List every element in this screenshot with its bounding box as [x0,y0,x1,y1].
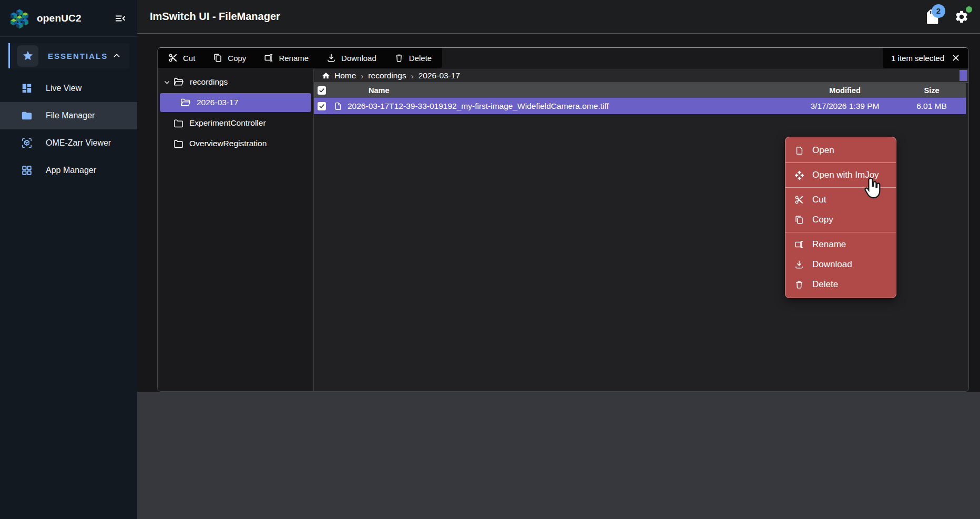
sidebar-item-file-manager[interactable]: File Manager [0,102,137,129]
copy-icon [213,53,222,63]
context-menu-copy[interactable]: Copy [785,210,896,230]
breadcrumb: Home › recordings › 2026-03-17 [314,69,968,83]
zarr-cube-icon [21,137,33,149]
tree-item-label: 2026-03-17 [197,98,238,107]
topbar: ImSwitch UI - FileManager 2 [137,0,980,34]
download-button-label: Download [341,54,376,63]
column-header-name[interactable]: Name [330,86,792,95]
file-manager-top-row: Cut Copy Rename [158,48,968,69]
folder-closed-icon [173,119,183,128]
file-toolbar: Cut Copy Rename [158,48,442,68]
sidebar-item-label: File Manager [46,111,95,120]
gear-icon[interactable] [953,7,971,26]
context-menu-divider [785,162,896,163]
select-all-checkbox[interactable] [318,86,326,95]
tree-item-2026-03-17[interactable]: 2026-03-17 [160,93,311,112]
home-icon [322,72,330,80]
breadcrumb-label: Home [334,71,356,80]
delete-icon [794,280,804,289]
tree-item-overviewregistration[interactable]: OverviewRegistration [160,134,311,153]
context-menu-divider [785,187,896,188]
delete-button-label: Delete [409,54,432,63]
breadcrumb-home[interactable]: Home [322,71,356,80]
context-menu-label: Open with ImJoy [812,170,879,180]
file-name: 2026-03-17T12-39-33-019192_my-first-imag… [348,101,609,111]
context-menu-open[interactable]: Open [785,140,896,160]
context-menu-cut[interactable]: Cut [785,190,896,210]
cut-icon [168,53,178,63]
context-menu-label: Copy [812,215,833,225]
sidebar: .cbA { --t:#8dc63f; --l:#0f7f77; --r:#11… [0,0,137,519]
app-root: .cbA { --t:#8dc63f; --l:#0f7f77; --r:#11… [0,0,980,519]
file-table-header: Name Modified Size [314,83,966,98]
delete-icon [394,53,404,63]
sidebar-nav: Live View File Manager [0,75,137,184]
cubes-logo-icon: .cbA { --t:#8dc63f; --l:#0f7f77; --r:#11… [8,7,30,29]
file-row[interactable]: 2026-03-17T12-39-33-019192_my-first-imag… [314,98,966,114]
cut-icon [794,195,804,205]
close-icon[interactable] [952,54,960,62]
sidebar-item-live-view[interactable]: Live View [0,75,137,102]
copy-icon [794,215,804,225]
delete-button[interactable]: Delete [394,53,432,63]
column-header-size[interactable]: Size [897,86,966,95]
imjoy-move-icon [794,170,804,180]
context-menu-divider [785,232,896,232]
row-checkbox[interactable] [318,102,326,110]
download-icon [794,260,804,269]
context-menu-delete[interactable]: Delete [785,274,896,294]
breadcrumb-recordings[interactable]: recordings [368,71,406,80]
sidebar-item-label: App Manager [46,166,96,175]
context-menu-download[interactable]: Download [785,255,896,274]
topbar-actions: 2 [923,7,971,26]
column-header-modified[interactable]: Modified [792,86,897,95]
sidebar-header: .cbA { --t:#8dc63f; --l:#0f7f77; --r:#11… [0,0,137,37]
sidebar-item-ome-zarr-viewer[interactable]: OME-Zarr Viewer [0,129,137,157]
cut-button[interactable]: Cut [168,53,195,63]
app-grid-icon [21,165,33,176]
context-menu-label: Open [812,145,834,156]
context-menu-label: Rename [812,239,846,250]
folder-icon [21,110,33,121]
folder-closed-icon [173,139,183,148]
sidebar-item-label: Live View [46,84,81,93]
tree-item-recordings[interactable]: recordings [160,73,311,91]
selection-badge: 1 item selected [883,48,968,68]
context-menu-label: Download [812,259,852,270]
file-modified: 3/17/2026 1:39 PM [792,101,897,111]
breadcrumb-label: recordings [368,71,406,80]
folder-open-icon [173,77,184,87]
sidebar-section-label: ESSENTIALS [48,52,108,60]
sidebar-item-label: OME-Zarr Viewer [46,138,111,148]
context-menu-label: Delete [812,279,838,290]
context-menu-rename[interactable]: Rename [785,235,896,255]
sd-card-icon[interactable]: 2 [923,7,941,26]
live-view-icon [21,83,33,94]
breadcrumb-separator: › [411,72,414,80]
menu-open-icon[interactable] [112,10,129,27]
status-dot [966,6,972,13]
row-checkbox-cell [314,102,330,110]
copy-button[interactable]: Copy [213,53,246,63]
chevron-up-icon[interactable] [113,52,121,60]
tree-item-label: ExperimentController [189,118,266,128]
download-button[interactable]: Download [326,53,376,63]
vertical-scrollbar-thumb[interactable] [959,70,967,81]
selection-badge-text: 1 item selected [891,54,944,63]
tree-item-experimentcontroller[interactable]: ExperimentController [160,114,311,133]
file-icon [334,101,342,111]
star-icon [17,45,38,67]
file-size: 6.01 MB [897,101,966,111]
context-menu-open-with-imjoy[interactable]: Open with ImJoy [785,165,896,185]
tree-item-label: OverviewRegistration [189,139,267,148]
cut-button-label: Cut [183,54,195,63]
chevron-down-icon[interactable] [160,79,173,86]
breadcrumb-2026-03-17[interactable]: 2026-03-17 [418,71,460,80]
rename-button[interactable]: Rename [264,53,309,63]
sidebar-item-app-manager[interactable]: App Manager [0,157,137,184]
brand-name: openUC2 [37,13,81,24]
breadcrumb-label: 2026-03-17 [418,71,460,80]
select-all-checkbox-cell [314,86,330,95]
sidebar-section-essentials[interactable]: ESSENTIALS [8,43,129,68]
folder-tree: recordings 2026-03-17 [158,69,314,391]
